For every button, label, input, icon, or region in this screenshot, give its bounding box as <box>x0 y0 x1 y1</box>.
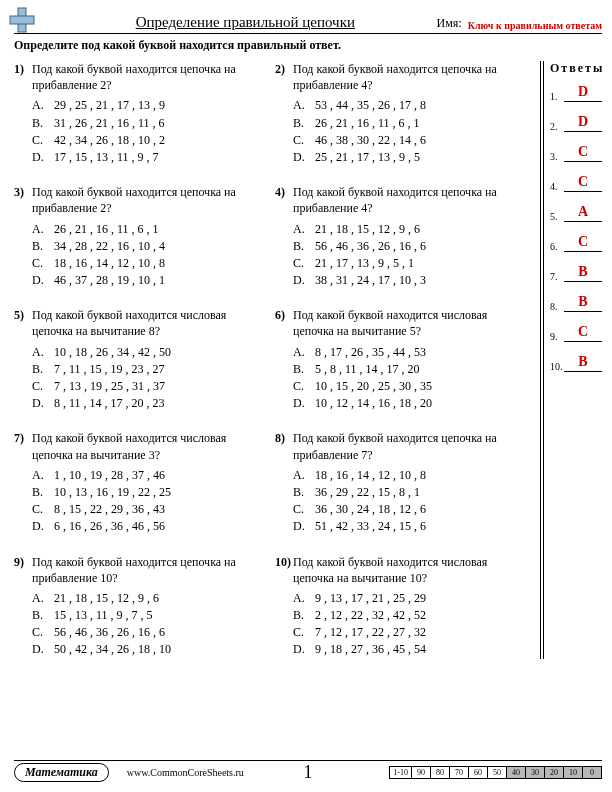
answer-value: C <box>564 324 602 342</box>
choice-text: 8 , 17 , 26 , 35 , 44 , 53 <box>315 344 426 360</box>
score-cell: 90 <box>412 767 431 778</box>
choice: A.21 , 18 , 15 , 12 , 9 , 6 <box>293 221 526 237</box>
choice-text: 36 , 30 , 24 , 18 , 12 , 6 <box>315 501 426 517</box>
answers-title: Ответы <box>550 61 602 76</box>
choice-text: 26 , 21 , 16 , 11 , 6 , 1 <box>54 221 159 237</box>
choice: C.46 , 38 , 30 , 22 , 14 , 6 <box>293 132 526 148</box>
choice-letter: A. <box>32 221 54 237</box>
choice-text: 7 , 11 , 15 , 19 , 23 , 27 <box>54 361 165 377</box>
choice-letter: D. <box>32 518 54 534</box>
choice-letter: D. <box>32 149 54 165</box>
page-number: 1 <box>304 762 313 783</box>
choice-letter: D. <box>32 272 54 288</box>
choice-text: 25 , 21 , 17 , 13 , 9 , 5 <box>315 149 420 165</box>
problem-number: 4) <box>275 184 293 200</box>
choice-letter: A. <box>32 97 54 113</box>
choice-letter: B. <box>293 238 315 254</box>
choice-letter: A. <box>32 467 54 483</box>
choice-letter: C. <box>32 255 54 271</box>
choice: C.18 , 16 , 14 , 12 , 10 , 8 <box>32 255 265 271</box>
choice-text: 8 , 11 , 14 , 17 , 20 , 23 <box>54 395 165 411</box>
choice: D.6 , 16 , 26 , 36 , 46 , 56 <box>32 518 265 534</box>
choice: B.15 , 13 , 11 , 9 , 7 , 5 <box>32 607 265 623</box>
score-cell: 70 <box>450 767 469 778</box>
choice: D.9 , 18 , 27 , 36 , 45 , 54 <box>293 641 526 657</box>
choice: B.31 , 26 , 21 , 16 , 11 , 6 <box>32 115 265 131</box>
problem-text: Под какой буквой находится числовая цепо… <box>293 307 526 339</box>
choice-letter: D. <box>293 395 315 411</box>
choice-letter: C. <box>32 624 54 640</box>
choice: B.34 , 28 , 22 , 16 , 10 , 4 <box>32 238 265 254</box>
header: Определение правильной цепочки Имя: Ключ… <box>14 14 602 34</box>
problem: 4)Под какой буквой находится цепочка на … <box>275 184 526 289</box>
answer-row: 2.D <box>550 114 602 132</box>
choice-text: 21 , 18 , 15 , 12 , 9 , 6 <box>315 221 420 237</box>
problem-text: Под какой буквой находится цепочка на пр… <box>32 554 265 586</box>
choice: B.7 , 11 , 15 , 19 , 23 , 27 <box>32 361 265 377</box>
choice: D.50 , 42 , 34 , 26 , 18 , 10 <box>32 641 265 657</box>
answer-value: A <box>564 204 602 222</box>
choice: B.56 , 46 , 36 , 26 , 16 , 6 <box>293 238 526 254</box>
choice-text: 26 , 21 , 16 , 11 , 6 , 1 <box>315 115 420 131</box>
problem-number: 9) <box>14 554 32 570</box>
problem-number: 5) <box>14 307 32 323</box>
choice-text: 9 , 18 , 27 , 36 , 45 , 54 <box>315 641 426 657</box>
answer-value: B <box>564 294 602 312</box>
problem: 2)Под какой буквой находится цепочка на … <box>275 61 526 166</box>
choice-letter: A. <box>293 590 315 606</box>
choice-letter: C. <box>293 501 315 517</box>
answer-row: 3.C <box>550 144 602 162</box>
problem: 9)Под какой буквой находится цепочка на … <box>14 554 265 659</box>
choice: D.10 , 12 , 14 , 16 , 18 , 20 <box>293 395 526 411</box>
site-url: www.CommonCoreSheets.ru <box>127 767 244 778</box>
choice-letter: B. <box>32 607 54 623</box>
choice-letter: C. <box>293 378 315 394</box>
problem-number: 3) <box>14 184 32 200</box>
answer-row: 4.C <box>550 174 602 192</box>
choice: A.21 , 18 , 15 , 12 , 9 , 6 <box>32 590 265 606</box>
problem-number: 7) <box>14 430 32 446</box>
choice-letter: C. <box>32 501 54 517</box>
answer-value: C <box>564 234 602 252</box>
choice-text: 38 , 31 , 24 , 17 , 10 , 3 <box>315 272 426 288</box>
answer-value: D <box>564 84 602 102</box>
choice-letter: C. <box>32 132 54 148</box>
choice-letter: D. <box>293 641 315 657</box>
choice: D.46 , 37 , 28 , 19 , 10 , 1 <box>32 272 265 288</box>
choice-text: 8 , 15 , 22 , 29 , 36 , 43 <box>54 501 165 517</box>
choice-text: 36 , 29 , 22 , 15 , 8 , 1 <box>315 484 420 500</box>
answer-index: 3. <box>550 151 564 162</box>
score-cell: 40 <box>507 767 526 778</box>
problem-number: 6) <box>275 307 293 323</box>
answer-index: 9. <box>550 331 564 342</box>
choice-text: 7 , 12 , 17 , 22 , 27 , 32 <box>315 624 426 640</box>
page-title: Определение правильной цепочки <box>14 14 437 31</box>
score-label: 1-10 <box>390 767 412 778</box>
choice: A.8 , 17 , 26 , 35 , 44 , 53 <box>293 344 526 360</box>
problem-text: Под какой буквой находится цепочка на пр… <box>293 61 526 93</box>
choice-text: 10 , 13 , 16 , 19 , 22 , 25 <box>54 484 171 500</box>
svg-rect-1 <box>10 16 34 24</box>
problem-number: 10) <box>275 554 293 570</box>
answer-row: 10.B <box>550 354 602 372</box>
choice: A.26 , 21 , 16 , 11 , 6 , 1 <box>32 221 265 237</box>
choice: A.53 , 44 , 35 , 26 , 17 , 8 <box>293 97 526 113</box>
choice-letter: B. <box>32 484 54 500</box>
choice-text: 29 , 25 , 21 , 17 , 13 , 9 <box>54 97 165 113</box>
answer-index: 6. <box>550 241 564 252</box>
answer-index: 8. <box>550 301 564 312</box>
choice: A.18 , 16 , 14 , 12 , 10 , 8 <box>293 467 526 483</box>
choice: C.56 , 46 , 36 , 26 , 16 , 6 <box>32 624 265 640</box>
choice-letter: A. <box>293 97 315 113</box>
choice: D.51 , 42 , 33 , 24 , 15 , 6 <box>293 518 526 534</box>
choice-letter: C. <box>293 132 315 148</box>
choice-letter: B. <box>293 607 315 623</box>
answer-row: 6.C <box>550 234 602 252</box>
choice-text: 9 , 13 , 17 , 21 , 25 , 29 <box>315 590 426 606</box>
choice-text: 56 , 46 , 36 , 26 , 16 , 6 <box>54 624 165 640</box>
answer-index: 2. <box>550 121 564 132</box>
choice-letter: A. <box>293 344 315 360</box>
problem: 8)Под какой буквой находится цепочка на … <box>275 430 526 535</box>
plus-icon <box>8 6 36 38</box>
choice-text: 21 , 17 , 13 , 9 , 5 , 1 <box>315 255 414 271</box>
